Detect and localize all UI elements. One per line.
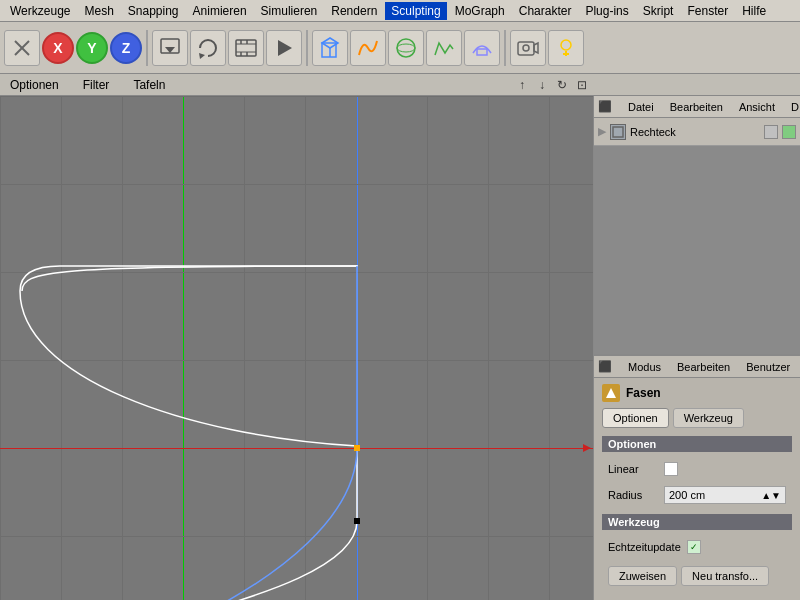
- echtzeitupdate-checkbox[interactable]: ✓: [687, 540, 701, 554]
- menu-plugins[interactable]: Plug-ins: [579, 2, 634, 20]
- svg-point-21: [523, 45, 529, 51]
- rechteck-bar: ▶ Rechteck: [594, 118, 800, 146]
- close-button[interactable]: [4, 30, 40, 66]
- radius-input[interactable]: 200 cm ▲▼: [664, 486, 786, 504]
- options-tafeln[interactable]: Tafeln: [127, 76, 171, 94]
- right-menu-d[interactable]: D: [787, 99, 800, 115]
- werkzeug-header: Werkzeug: [602, 514, 792, 530]
- grid-line: [0, 184, 593, 185]
- axis-x-button[interactable]: X: [42, 32, 74, 64]
- toolbar-separator-1: [146, 30, 148, 66]
- action-buttons: Zuweisen Neu transfo...: [602, 562, 792, 590]
- cube-button[interactable]: [312, 30, 348, 66]
- right-top-section: ⬛ Datei Bearbeiten Ansicht D ▶ Rechteck: [594, 96, 800, 356]
- tab-werkzeug[interactable]: Werkzeug: [673, 408, 744, 428]
- svg-rect-5: [236, 40, 256, 56]
- refresh-icon[interactable]: ↻: [554, 77, 570, 93]
- camera-button[interactable]: [510, 30, 546, 66]
- zuweisen-button[interactable]: Zuweisen: [608, 566, 677, 586]
- menu-simulieren[interactable]: Simulieren: [255, 2, 324, 20]
- control-point-orange[interactable]: [354, 445, 360, 451]
- grid-line: [305, 96, 306, 600]
- svg-point-16: [397, 39, 415, 57]
- options-filter[interactable]: Filter: [77, 76, 116, 94]
- toolbar-separator-2: [306, 30, 308, 66]
- sphere-button[interactable]: [388, 30, 424, 66]
- neu-transformieren-button[interactable]: Neu transfo...: [681, 566, 769, 586]
- right-menu-modus[interactable]: Modus: [624, 359, 665, 375]
- grid-line: [0, 96, 593, 97]
- play-button[interactable]: [266, 30, 302, 66]
- arrow-up-icon[interactable]: ↑: [514, 77, 530, 93]
- grid-line: [122, 96, 123, 600]
- grid-line: [0, 272, 593, 273]
- film-button[interactable]: [228, 30, 264, 66]
- right-menu-bearbeiten[interactable]: Bearbeiten: [666, 99, 727, 115]
- menu-mesh[interactable]: Mesh: [78, 2, 119, 20]
- rechteck-label: Rechteck: [630, 126, 676, 138]
- main-content: ↖ ↺ ⬛ Datei Bearbeiten Ansicht D ▶ Recht…: [0, 96, 800, 600]
- toolbar: X Y Z: [0, 22, 800, 74]
- menu-rendern[interactable]: Rendern: [325, 2, 383, 20]
- radius-label: Radius: [608, 489, 658, 501]
- svg-marker-26: [606, 388, 616, 398]
- linear-label: Linear: [608, 463, 658, 475]
- svg-marker-12: [278, 40, 292, 56]
- fasen-icon: [602, 384, 620, 402]
- svg-point-17: [397, 44, 415, 52]
- fasen-section: Fasen Optionen Werkzeug Optionen Linear …: [594, 378, 800, 596]
- right-mini-viewport[interactable]: [594, 146, 800, 354]
- axis-blue: [357, 96, 358, 600]
- expand-icon[interactable]: ⊡: [574, 77, 590, 93]
- options-optionen[interactable]: Optionen: [4, 76, 65, 94]
- right-bottom-section: ⬛ Modus Bearbeiten Benutzer Fasen Option…: [594, 356, 800, 600]
- svg-rect-25: [613, 127, 623, 137]
- radius-spinner[interactable]: ▲▼: [761, 490, 781, 501]
- axis-z-button[interactable]: Z: [110, 32, 142, 64]
- light-button[interactable]: [548, 30, 584, 66]
- axis-green: [183, 96, 184, 600]
- linear-checkbox[interactable]: [664, 462, 678, 476]
- menu-skript[interactable]: Skript: [637, 2, 680, 20]
- arrow-down-icon[interactable]: ↓: [534, 77, 550, 93]
- menu-werkzeuge[interactable]: Werkzeuge: [4, 2, 76, 20]
- menu-mograph[interactable]: MoGraph: [449, 2, 511, 20]
- grid-line: [549, 96, 550, 600]
- rechteck-checkbox[interactable]: [764, 125, 778, 139]
- svg-rect-18: [477, 49, 487, 55]
- right-menu-ansicht[interactable]: Ansicht: [735, 99, 779, 115]
- viewport-svg: [0, 96, 593, 600]
- rotate-tool-button[interactable]: [190, 30, 226, 66]
- svg-rect-19: [518, 42, 534, 55]
- right-menu-benutzer[interactable]: Benutzer: [742, 359, 794, 375]
- rechteck-controls: [764, 125, 796, 139]
- tab-optionen[interactable]: Optionen: [602, 408, 669, 428]
- right-bottom-menu: ⬛ Modus Bearbeiten Benutzer: [594, 356, 800, 378]
- options-bar: Optionen Filter Tafeln ↑ ↓ ↻ ⊡: [0, 74, 800, 96]
- radius-row: Radius 200 cm ▲▼: [602, 484, 792, 506]
- move-tool-button[interactable]: [152, 30, 188, 66]
- menu-sculpting[interactable]: Sculpting: [385, 2, 446, 20]
- arrow-icon: ▶: [598, 125, 606, 138]
- rechteck-icon: [610, 124, 626, 140]
- panel-icon: ⬛: [598, 100, 612, 113]
- echtzeitupdate-row: Echtzeitupdate ✓: [602, 538, 792, 556]
- axis-y-button[interactable]: Y: [76, 32, 108, 64]
- menu-animieren[interactable]: Animieren: [187, 2, 253, 20]
- viewport[interactable]: ↖ ↺: [0, 96, 593, 600]
- grid-line: [427, 96, 428, 600]
- grid-line: [488, 96, 489, 600]
- grid-line: [0, 96, 1, 600]
- deformer-button[interactable]: [464, 30, 500, 66]
- right-menu-datei[interactable]: Datei: [624, 99, 658, 115]
- axis-red: [0, 448, 593, 449]
- right-menu-bearbeiten2[interactable]: Bearbeiten: [673, 359, 734, 375]
- nurbs-button[interactable]: [426, 30, 462, 66]
- menu-charakter[interactable]: Charakter: [513, 2, 578, 20]
- control-point-black-2: [354, 518, 360, 524]
- spline-button[interactable]: [350, 30, 386, 66]
- menu-fenster[interactable]: Fenster: [681, 2, 734, 20]
- svg-marker-3: [165, 47, 175, 53]
- menu-hilfe[interactable]: Hilfe: [736, 2, 772, 20]
- menu-snapping[interactable]: Snapping: [122, 2, 185, 20]
